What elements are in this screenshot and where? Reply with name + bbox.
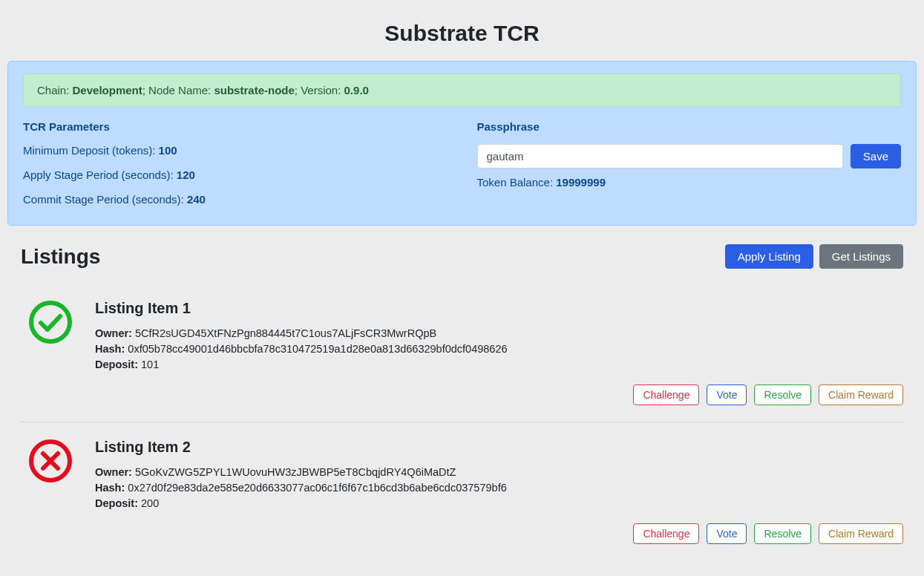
- listing-item: Listing Item 2Owner: 5GoKvZWG5ZPYL1WUovu…: [21, 422, 903, 560]
- listing-meta: Owner: 5GoKvZWG5ZPYL1WUovuHW3zJBWBP5eT8C…: [95, 465, 903, 511]
- claim-reward-button[interactable]: Claim Reward: [819, 384, 903, 405]
- deposit-label: Deposit:: [95, 359, 138, 370]
- listings-container: Listing Item 1Owner: 5CfR2sUGD45XtFNzPgn…: [21, 284, 903, 560]
- page-title: Substrate TCR: [7, 21, 917, 46]
- apply-period-label: Apply Stage Period (seconds):: [23, 168, 174, 181]
- min-deposit-label: Minimum Deposit (tokens):: [23, 144, 155, 157]
- deposit-value: 101: [141, 359, 159, 370]
- x-circle-icon: [28, 439, 73, 483]
- deposit-label: Deposit:: [95, 497, 138, 509]
- min-deposit-value: 100: [159, 144, 177, 157]
- challenge-button[interactable]: Challenge: [633, 523, 699, 544]
- listing-name: Listing Item 2: [95, 439, 903, 456]
- passphrase-heading: Passphrase: [477, 120, 902, 133]
- hash-value: 0xf05b78cc49001d46bbcbfa78c310472519a1d2…: [128, 343, 507, 355]
- chain-value: Development: [73, 84, 142, 96]
- owner-label: Owner:: [95, 327, 132, 339]
- get-listings-button[interactable]: Get Listings: [819, 244, 903, 269]
- owner-value: 5CfR2sUGD45XtFNzPgn884445t7C1ous7ALjFsCR…: [135, 327, 436, 339]
- version-value: 0.9.0: [344, 84, 369, 96]
- balance-value: 19999999: [556, 176, 606, 189]
- info-card: Chain: Development; Node Name: substrate…: [7, 61, 917, 226]
- chain-status-bar: Chain: Development; Node Name: substrate…: [23, 73, 901, 107]
- claim-reward-button[interactable]: Claim Reward: [819, 523, 903, 544]
- node-value: substrate-node: [214, 84, 294, 96]
- apply-listing-button[interactable]: Apply Listing: [725, 244, 813, 269]
- vote-button[interactable]: Vote: [707, 384, 747, 405]
- listing-status-icon: [28, 439, 73, 483]
- listing-status-icon: [28, 300, 73, 344]
- resolve-button[interactable]: Resolve: [754, 523, 811, 544]
- tcr-parameters-section: TCR Parameters Minimum Deposit (tokens):…: [23, 120, 448, 217]
- passphrase-input[interactable]: [477, 144, 843, 168]
- owner-value: 5GoKvZWG5ZPYL1WUovuHW3zJBWBP5eT8CbqjdRY4…: [135, 466, 456, 478]
- hash-label: Hash:: [95, 343, 125, 355]
- vote-button[interactable]: Vote: [707, 523, 747, 544]
- svg-point-0: [31, 303, 70, 341]
- deposit-value: 200: [141, 497, 159, 509]
- listings-heading: Listings: [21, 245, 100, 269]
- version-label: ; Version:: [295, 84, 341, 96]
- listings-header: Listings Apply Listing Get Listings: [21, 244, 903, 269]
- apply-period-value: 120: [177, 168, 195, 181]
- listing-item: Listing Item 1Owner: 5CfR2sUGD45XtFNzPgn…: [21, 284, 903, 422]
- tcr-params-heading: TCR Parameters: [23, 120, 448, 133]
- challenge-button[interactable]: Challenge: [633, 384, 699, 405]
- passphrase-section: Passphrase Save Token Balance: 19999999: [477, 120, 902, 217]
- listing-meta: Owner: 5CfR2sUGD45XtFNzPgn884445t7C1ous7…: [95, 326, 903, 373]
- balance-label: Token Balance:: [477, 176, 554, 189]
- commit-period-label: Commit Stage Period (seconds):: [23, 193, 184, 206]
- hash-label: Hash:: [95, 482, 125, 494]
- listing-name: Listing Item 1: [95, 300, 903, 317]
- node-label: ; Node Name:: [142, 84, 212, 96]
- owner-label: Owner:: [95, 466, 132, 478]
- resolve-button[interactable]: Resolve: [754, 384, 811, 405]
- chain-label: Chain:: [37, 84, 69, 96]
- commit-period-value: 240: [187, 193, 206, 206]
- save-button[interactable]: Save: [851, 144, 901, 168]
- check-circle-icon: [28, 300, 73, 344]
- hash-value: 0x27d0f29e83da2e585e20d6633077ac06c1f6f6…: [128, 482, 506, 494]
